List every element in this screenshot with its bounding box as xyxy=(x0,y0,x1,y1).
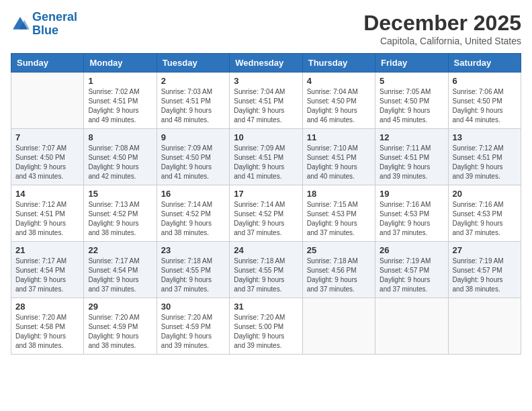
day-number: 4 xyxy=(307,76,371,86)
day-number: 6 xyxy=(453,76,517,86)
day-number: 15 xyxy=(88,189,152,199)
calendar-week-row: 1Sunrise: 7:02 AM Sunset: 4:51 PM Daylig… xyxy=(11,73,521,129)
weekday-header-saturday: Saturday xyxy=(448,54,521,73)
calendar-cell: 27Sunrise: 7:19 AM Sunset: 4:57 PM Dayli… xyxy=(448,242,521,298)
day-info: Sunrise: 7:19 AM Sunset: 4:57 PM Dayligh… xyxy=(380,257,443,294)
calendar-cell: 2Sunrise: 7:03 AM Sunset: 4:51 PM Daylig… xyxy=(157,73,229,129)
day-info: Sunrise: 7:11 AM Sunset: 4:51 PM Dayligh… xyxy=(380,144,443,181)
calendar-week-row: 7Sunrise: 7:07 AM Sunset: 4:50 PM Daylig… xyxy=(11,129,521,185)
day-number: 14 xyxy=(15,189,79,199)
weekday-header-thursday: Thursday xyxy=(302,54,375,73)
day-number: 19 xyxy=(380,189,443,199)
day-number: 24 xyxy=(234,245,298,255)
day-info: Sunrise: 7:08 AM Sunset: 4:50 PM Dayligh… xyxy=(88,144,152,181)
day-number: 1 xyxy=(88,76,152,86)
calendar-cell: 8Sunrise: 7:08 AM Sunset: 4:50 PM Daylig… xyxy=(84,129,157,185)
weekday-header-wednesday: Wednesday xyxy=(230,54,302,73)
calendar-week-row: 28Sunrise: 7:20 AM Sunset: 4:58 PM Dayli… xyxy=(11,298,521,355)
day-number: 10 xyxy=(234,132,298,142)
month-title: December 2025 xyxy=(363,11,521,36)
calendar-cell: 28Sunrise: 7:20 AM Sunset: 4:58 PM Dayli… xyxy=(11,298,84,355)
calendar-cell: 20Sunrise: 7:16 AM Sunset: 4:53 PM Dayli… xyxy=(448,185,521,242)
day-info: Sunrise: 7:20 AM Sunset: 4:58 PM Dayligh… xyxy=(15,313,79,351)
day-info: Sunrise: 7:04 AM Sunset: 4:51 PM Dayligh… xyxy=(234,87,298,125)
day-info: Sunrise: 7:13 AM Sunset: 4:52 PM Dayligh… xyxy=(88,200,152,238)
day-info: Sunrise: 7:16 AM Sunset: 4:53 PM Dayligh… xyxy=(453,200,517,238)
calendar-cell: 19Sunrise: 7:16 AM Sunset: 4:53 PM Dayli… xyxy=(375,185,448,242)
day-number: 25 xyxy=(307,245,371,255)
day-number: 29 xyxy=(88,302,152,312)
calendar-cell: 10Sunrise: 7:09 AM Sunset: 4:51 PM Dayli… xyxy=(230,129,302,185)
day-number: 18 xyxy=(307,189,371,199)
day-info: Sunrise: 7:18 AM Sunset: 4:55 PM Dayligh… xyxy=(234,257,298,294)
page-header: GeneralBlue December 2025 Capitola, Cali… xyxy=(11,11,521,46)
calendar-cell: 23Sunrise: 7:18 AM Sunset: 4:55 PM Dayli… xyxy=(157,242,229,298)
day-number: 21 xyxy=(15,245,79,255)
calendar-cell: 21Sunrise: 7:17 AM Sunset: 4:54 PM Dayli… xyxy=(11,242,84,298)
day-info: Sunrise: 7:20 AM Sunset: 5:00 PM Dayligh… xyxy=(234,313,298,351)
title-block: December 2025 Capitola, California, Unit… xyxy=(363,11,521,46)
calendar-cell: 17Sunrise: 7:14 AM Sunset: 4:52 PM Dayli… xyxy=(230,185,302,242)
day-number: 27 xyxy=(453,245,517,255)
weekday-header-monday: Monday xyxy=(84,54,157,73)
day-number: 23 xyxy=(161,245,225,255)
day-info: Sunrise: 7:04 AM Sunset: 4:50 PM Dayligh… xyxy=(307,87,371,125)
logo-text: GeneralBlue xyxy=(32,11,77,38)
day-info: Sunrise: 7:14 AM Sunset: 4:52 PM Dayligh… xyxy=(234,200,298,238)
calendar-cell: 16Sunrise: 7:14 AM Sunset: 4:52 PM Dayli… xyxy=(157,185,229,242)
calendar-cell: 26Sunrise: 7:19 AM Sunset: 4:57 PM Dayli… xyxy=(375,242,448,298)
day-number: 22 xyxy=(88,245,152,255)
calendar-cell: 24Sunrise: 7:18 AM Sunset: 4:55 PM Dayli… xyxy=(230,242,302,298)
day-info: Sunrise: 7:20 AM Sunset: 4:59 PM Dayligh… xyxy=(88,313,152,351)
day-info: Sunrise: 7:09 AM Sunset: 4:50 PM Dayligh… xyxy=(161,144,225,181)
day-number: 2 xyxy=(161,76,225,86)
calendar-cell: 18Sunrise: 7:15 AM Sunset: 4:53 PM Dayli… xyxy=(302,185,375,242)
day-info: Sunrise: 7:18 AM Sunset: 4:55 PM Dayligh… xyxy=(161,257,225,294)
day-number: 30 xyxy=(161,302,225,312)
calendar-cell: 3Sunrise: 7:04 AM Sunset: 4:51 PM Daylig… xyxy=(230,73,302,129)
calendar-cell: 12Sunrise: 7:11 AM Sunset: 4:51 PM Dayli… xyxy=(375,129,448,185)
calendar-cell: 11Sunrise: 7:10 AM Sunset: 4:51 PM Dayli… xyxy=(302,129,375,185)
logo: GeneralBlue xyxy=(11,11,77,38)
calendar-cell: 15Sunrise: 7:13 AM Sunset: 4:52 PM Dayli… xyxy=(84,185,157,242)
weekday-header-tuesday: Tuesday xyxy=(157,54,229,73)
calendar-cell: 14Sunrise: 7:12 AM Sunset: 4:51 PM Dayli… xyxy=(11,185,84,242)
day-number: 26 xyxy=(380,245,443,255)
calendar-cell: 30Sunrise: 7:20 AM Sunset: 4:59 PM Dayli… xyxy=(157,298,229,355)
day-info: Sunrise: 7:17 AM Sunset: 4:54 PM Dayligh… xyxy=(15,257,79,294)
day-number: 31 xyxy=(234,302,298,312)
day-info: Sunrise: 7:20 AM Sunset: 4:59 PM Dayligh… xyxy=(161,313,225,351)
calendar-cell: 5Sunrise: 7:05 AM Sunset: 4:50 PM Daylig… xyxy=(375,73,448,129)
day-info: Sunrise: 7:06 AM Sunset: 4:50 PM Dayligh… xyxy=(453,87,517,125)
calendar-cell: 22Sunrise: 7:17 AM Sunset: 4:54 PM Dayli… xyxy=(84,242,157,298)
day-number: 9 xyxy=(161,132,225,142)
location-subtitle: Capitola, California, United States xyxy=(363,36,521,46)
day-number: 8 xyxy=(88,132,152,142)
day-number: 5 xyxy=(380,76,443,86)
day-info: Sunrise: 7:10 AM Sunset: 4:51 PM Dayligh… xyxy=(307,144,371,181)
calendar-cell: 25Sunrise: 7:18 AM Sunset: 4:56 PM Dayli… xyxy=(302,242,375,298)
day-info: Sunrise: 7:18 AM Sunset: 4:56 PM Dayligh… xyxy=(307,257,371,294)
day-number: 12 xyxy=(380,132,443,142)
day-number: 20 xyxy=(453,189,517,199)
weekday-header-sunday: Sunday xyxy=(11,54,84,73)
day-info: Sunrise: 7:12 AM Sunset: 4:51 PM Dayligh… xyxy=(15,200,79,238)
calendar-cell: 9Sunrise: 7:09 AM Sunset: 4:50 PM Daylig… xyxy=(157,129,229,185)
calendar-cell: 1Sunrise: 7:02 AM Sunset: 4:51 PM Daylig… xyxy=(84,73,157,129)
day-info: Sunrise: 7:16 AM Sunset: 4:53 PM Dayligh… xyxy=(380,200,443,238)
calendar-table: SundayMondayTuesdayWednesdayThursdayFrid… xyxy=(11,53,521,355)
calendar-cell: 29Sunrise: 7:20 AM Sunset: 4:59 PM Dayli… xyxy=(84,298,157,355)
calendar-week-row: 21Sunrise: 7:17 AM Sunset: 4:54 PM Dayli… xyxy=(11,242,521,298)
day-number: 11 xyxy=(307,132,371,142)
day-info: Sunrise: 7:17 AM Sunset: 4:54 PM Dayligh… xyxy=(88,257,152,294)
day-info: Sunrise: 7:15 AM Sunset: 4:53 PM Dayligh… xyxy=(307,200,371,238)
calendar-cell xyxy=(375,298,448,355)
day-info: Sunrise: 7:02 AM Sunset: 4:51 PM Dayligh… xyxy=(88,87,152,125)
calendar-cell xyxy=(448,298,521,355)
day-info: Sunrise: 7:14 AM Sunset: 4:52 PM Dayligh… xyxy=(161,200,225,238)
day-info: Sunrise: 7:07 AM Sunset: 4:50 PM Dayligh… xyxy=(15,144,79,181)
weekday-header-friday: Friday xyxy=(375,54,448,73)
day-info: Sunrise: 7:19 AM Sunset: 4:57 PM Dayligh… xyxy=(453,257,517,294)
day-number: 3 xyxy=(234,76,298,86)
day-number: 16 xyxy=(161,189,225,199)
